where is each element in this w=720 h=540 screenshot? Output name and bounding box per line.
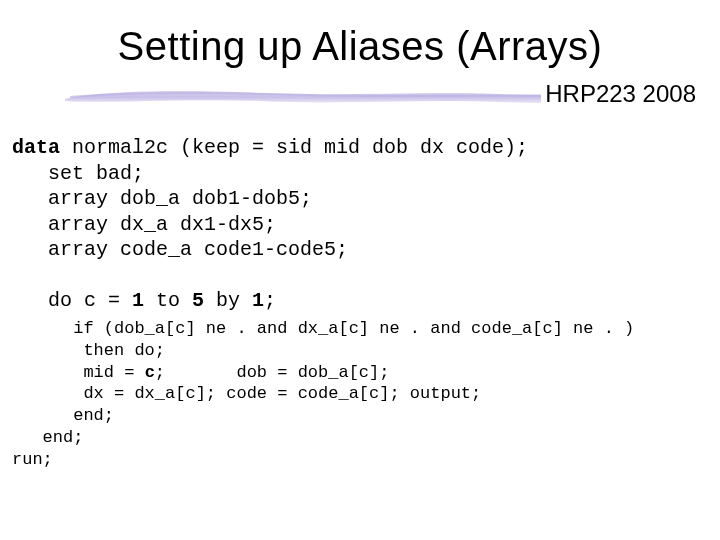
code-text: array dx_a dx1-dx5;	[12, 213, 276, 236]
code-text: run;	[12, 450, 53, 469]
code-keyword: data	[12, 136, 60, 159]
code-text: then do;	[12, 341, 165, 360]
code-literal: 1	[252, 289, 264, 312]
code-text: to	[144, 289, 192, 312]
code-literal: 1	[132, 289, 144, 312]
course-tag: HRP223 2008	[541, 80, 700, 108]
code-text: array code_a code1-code5;	[12, 238, 348, 261]
code-text: ; dob = dob_a[c];	[155, 363, 390, 382]
code-literal: 5	[192, 289, 204, 312]
code-text: mid =	[12, 363, 145, 382]
code-text: by	[204, 289, 252, 312]
code-text: end;	[12, 406, 114, 425]
slide-title: Setting up Aliases (Arrays)	[0, 24, 720, 69]
code-block-1: data normal2c (keep = sid mid dob dx cod…	[12, 135, 528, 263]
code-text: if (dob_a[c] ne . and dx_a[c] ne . and c…	[12, 319, 634, 338]
code-literal: c	[145, 363, 155, 382]
code-text: dx = dx_a[c]; code = code_a[c]; output;	[12, 384, 481, 403]
code-text: set bad;	[12, 162, 144, 185]
code-block-3: if (dob_a[c] ne . and dx_a[c] ne . and c…	[12, 318, 634, 470]
code-text: normal2c (keep = sid mid dob dx code);	[60, 136, 528, 159]
slide: Setting up Aliases (Arrays) HRP223 2008 …	[0, 0, 720, 540]
code-text: ;	[264, 289, 276, 312]
code-block-2: do c = 1 to 5 by 1;	[12, 288, 276, 314]
code-text: end;	[12, 428, 83, 447]
code-text: do c =	[12, 289, 132, 312]
code-text: array dob_a dob1-dob5;	[12, 187, 312, 210]
